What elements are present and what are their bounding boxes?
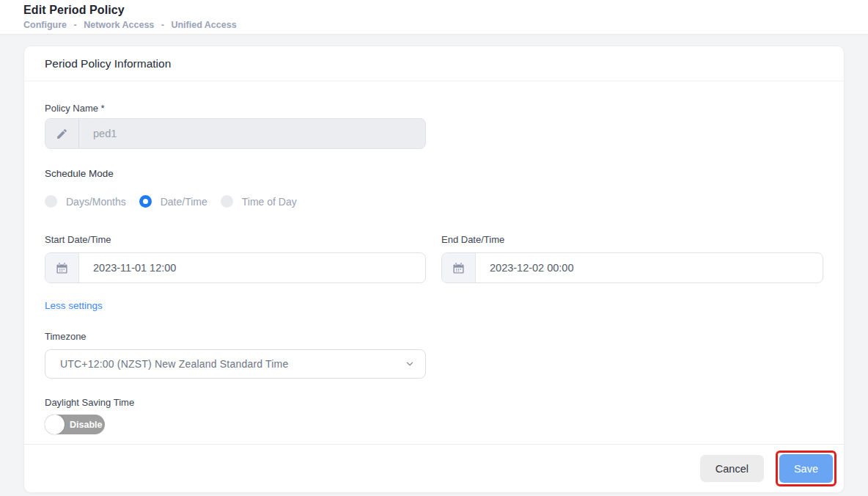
save-button[interactable]: Save (779, 454, 833, 483)
pencil-icon (45, 119, 79, 148)
card-title: Period Policy Information (24, 46, 844, 81)
end-datetime-label: End Date/Time (441, 234, 823, 245)
calendar-icon[interactable] (442, 253, 476, 282)
start-datetime-label: Start Date/Time (45, 234, 426, 245)
page-header: Edit Period Policy Configure - Network A… (0, 0, 868, 34)
timezone-value: UTC+12:00 (NZST) New Zealand Standard Ti… (60, 358, 288, 370)
page-content: Period Policy Information Policy Name * … (0, 34, 868, 496)
breadcrumb-item-unified-access[interactable]: Unified Access (171, 20, 236, 30)
breadcrumb-separator: - (74, 20, 77, 30)
radio-unchecked-icon (45, 195, 57, 208)
schedule-mode-label: Schedule Mode (45, 168, 114, 179)
breadcrumb-item-network-access[interactable]: Network Access (84, 20, 154, 30)
radio-time-of-day[interactable]: Time of Day (221, 195, 297, 208)
toggle-state-label: Disable (70, 420, 102, 430)
breadcrumb: Configure - Network Access - Unified Acc… (23, 20, 845, 30)
less-settings-link[interactable]: Less settings (45, 300, 103, 311)
radio-date-time[interactable]: Date/Time (139, 195, 207, 208)
start-datetime-input[interactable] (79, 253, 425, 282)
card-footer: Cancel Save (24, 444, 844, 492)
card-body: Policy Name * Schedule Mode Days/Months (24, 81, 844, 444)
policy-name-label: Policy Name * (45, 103, 823, 114)
radio-days-months[interactable]: Days/Months (45, 195, 126, 208)
end-datetime-input[interactable] (476, 253, 823, 282)
daylight-saving-toggle[interactable]: Disable (45, 415, 105, 434)
radio-unchecked-icon (221, 195, 233, 208)
calendar-icon[interactable] (45, 253, 79, 282)
radio-label: Days/Months (66, 196, 126, 208)
timezone-label: Timezone (45, 331, 823, 342)
timezone-select[interactable]: UTC+12:00 (NZST) New Zealand Standard Ti… (45, 349, 426, 379)
toggle-knob (45, 415, 65, 434)
policy-name-input[interactable] (79, 119, 425, 148)
radio-checked-icon (139, 195, 152, 208)
annotation-highlight: Save (776, 451, 836, 486)
page-title: Edit Period Policy (23, 4, 845, 17)
end-datetime-group (441, 252, 823, 283)
policy-name-group (45, 118, 426, 149)
breadcrumb-item-configure[interactable]: Configure (23, 20, 67, 30)
daylight-saving-label: Daylight Saving Time (45, 397, 823, 408)
breadcrumb-separator: - (161, 20, 164, 30)
chevron-down-icon (405, 359, 415, 369)
radio-label: Time of Day (242, 196, 297, 208)
schedule-mode-options: Days/Months Date/Time Time of Day (45, 195, 823, 208)
period-policy-card: Period Policy Information Policy Name * … (23, 45, 845, 493)
start-datetime-group (45, 252, 426, 283)
cancel-button[interactable]: Cancel (700, 455, 764, 482)
radio-label: Date/Time (161, 196, 207, 208)
